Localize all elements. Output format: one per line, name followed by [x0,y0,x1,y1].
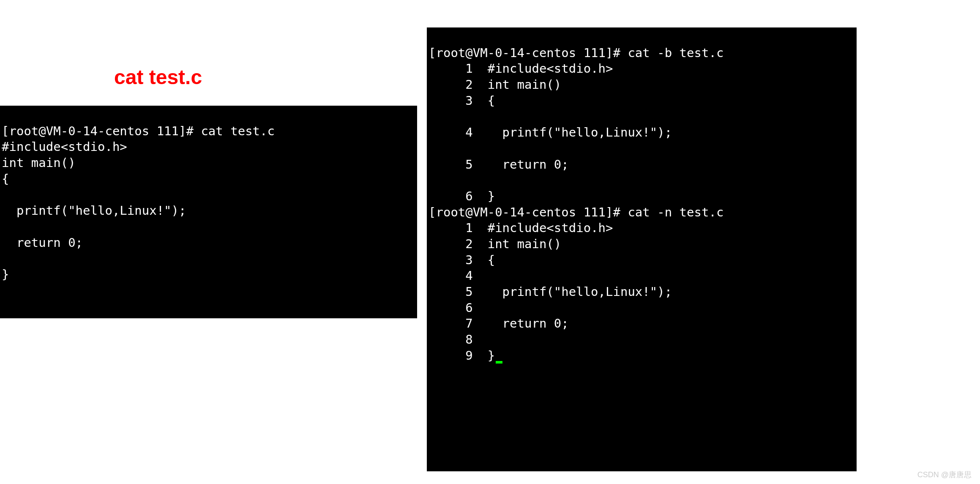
output-line: printf("hello,Linux!"); [2,203,186,218]
prompt-line-n: [root@VM-0-14-centos 111]# cat -n test.c [429,205,723,219]
terminal-left: [root@VM-0-14-centos 111]# cat test.c #i… [0,106,417,318]
terminal-right: [root@VM-0-14-centos 111]# cat -b test.c… [427,27,857,471]
watermark: CSDN @唐唐思 [917,470,972,480]
output-line: 9 } [429,348,495,363]
output-line: 6 } [429,189,495,203]
output-line: return 0; [2,235,83,250]
output-line: 3 { [429,253,495,267]
output-line: 2 int main() [429,77,561,92]
output-line: 1 #include<stdio.h> [429,221,613,235]
output-line: } [2,267,9,282]
output-line: 5 printf("hello,Linux!"); [429,284,672,299]
output-line: 6 [429,301,473,315]
output-line: 4 printf("hello,Linux!"); [429,125,672,139]
output-line: 4 [429,268,473,283]
prompt-line-b: [root@VM-0-14-centos 111]# cat -b test.c [429,46,723,60]
prompt-line: [root@VM-0-14-centos 111]# cat test.c [2,124,275,138]
output-line: { [2,172,9,186]
output-line: 5 return 0; [429,157,569,172]
label-cat-testc: cat test.c [114,66,202,89]
output-line: 7 return 0; [429,316,569,331]
output-line: #include<stdio.h> [2,139,127,154]
output-line: 2 int main() [429,237,561,251]
output-line: 8 [429,332,473,347]
cursor-icon [496,361,502,364]
output-line: 1 #include<stdio.h> [429,61,613,76]
output-line: 3 { [429,93,495,108]
output-line: int main() [2,156,76,170]
